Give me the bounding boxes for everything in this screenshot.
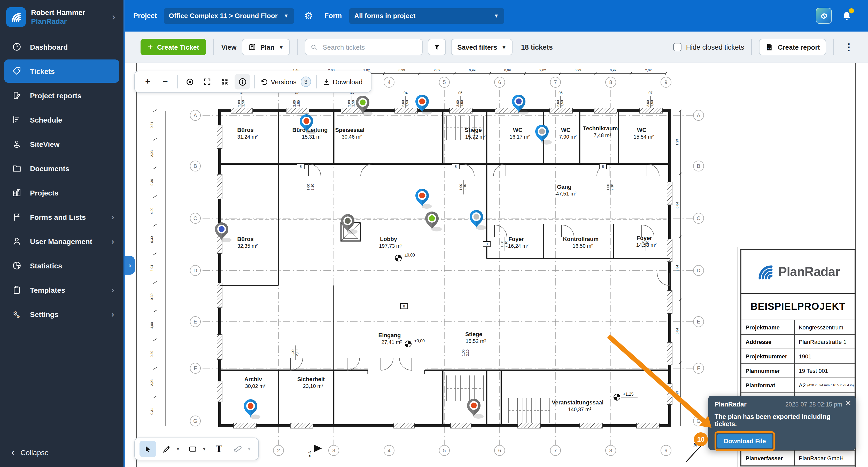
create-ticket-button[interactable]: + Create Ticket — [141, 39, 207, 55]
sidebar-item-user-management[interactable]: User Management › — [4, 230, 119, 253]
level-marker: ±0,00 — [405, 339, 429, 347]
ticket-pin[interactable] — [467, 399, 484, 419]
ticket-pin[interactable] — [415, 189, 432, 209]
zoom-out-button[interactable]: − — [158, 74, 173, 89]
text-tool[interactable]: T — [211, 441, 227, 457]
sidebar-item-project-reports[interactable]: Project reports — [4, 84, 119, 107]
svg-text:1,29: 1,29 — [675, 391, 679, 398]
room-label: Eingang27,41 m² — [378, 332, 402, 345]
title-block-row: Plannummer 19 Test 001 — [741, 363, 855, 378]
svg-text:G: G — [696, 418, 701, 424]
sidebar-collapse-button[interactable]: ‹ Collapse — [0, 438, 123, 467]
planradar-logo-icon — [6, 7, 26, 27]
toast-close-icon[interactable]: ✕ — [845, 399, 851, 407]
plan-info-button[interactable] — [235, 74, 250, 89]
sidebar-item-label: Forms and Lists — [30, 213, 103, 221]
svg-text:B: B — [193, 163, 197, 169]
sidebar-item-projects[interactable]: Projects — [4, 181, 119, 204]
svg-text:B: B — [697, 163, 700, 169]
svg-text:0,31: 0,31 — [150, 408, 154, 414]
svg-text:Stiege: Stiege — [465, 331, 482, 338]
sidebar-item-siteview[interactable]: SiteView — [4, 133, 119, 156]
svg-text:F: F — [697, 366, 700, 371]
project-settings-gear-icon[interactable]: ⚙ — [304, 11, 313, 21]
workspace-name: PlanRadar — [31, 17, 107, 26]
fit-to-screen-button[interactable] — [217, 74, 232, 89]
ticket-pin[interactable] — [425, 211, 442, 231]
sidebar-item-label: SiteView — [30, 140, 114, 148]
sidebar-item-tickets[interactable]: Tickets — [4, 59, 119, 83]
versions-button[interactable]: Versions 3 — [258, 77, 313, 87]
notifications-bell-icon[interactable] — [841, 10, 852, 22]
svg-text:Büros: Büros — [237, 236, 254, 242]
hide-closed-tickets-checkbox[interactable]: Hide closed tickets — [673, 43, 744, 51]
svg-text:⚙: ⚙ — [16, 314, 20, 319]
svg-text:3,94: 3,94 — [150, 265, 154, 271]
workspace-switcher[interactable]: Robert Hammer PlanRadar › — [0, 0, 123, 32]
form-label: Form — [324, 12, 342, 20]
view-mode-dropdown[interactable]: Plan ▼ — [242, 39, 290, 55]
svg-text:7,90 m²: 7,90 m² — [559, 134, 577, 140]
svg-text:±0,00: ±0,00 — [405, 253, 415, 257]
svg-text:8: 8 — [455, 165, 457, 169]
svg-text:0,84: 0,84 — [675, 202, 679, 208]
project-selector[interactable]: Office Complex 11 > Ground Floor ▼ — [164, 8, 294, 24]
sidebar-item-schedule[interactable]: Schedule — [4, 108, 119, 132]
svg-text:0,99: 0,99 — [575, 68, 581, 72]
measure-tool[interactable] — [229, 441, 246, 457]
filter-button[interactable] — [428, 39, 446, 55]
title-block-row-label: Projektnummer — [741, 349, 795, 363]
chevron-left-icon: ‹ — [11, 447, 14, 458]
sidebar-item-forms-and-lists[interactable]: Forms and Lists › — [4, 205, 119, 229]
sidebar-item-label: Documents — [30, 164, 114, 173]
svg-text:WC: WC — [561, 127, 571, 133]
sidebar-expand-handle[interactable]: › — [125, 256, 135, 274]
room-label: Foyer16,24 m² — [508, 236, 529, 249]
zoom-in-button[interactable]: + — [140, 74, 156, 89]
select-cursor-tool[interactable] — [140, 441, 156, 457]
sidebar-item-statistics[interactable]: Statistics — [4, 254, 119, 277]
sidebar-item-dashboard[interactable]: Dashboard — [4, 35, 119, 58]
ticket-pin[interactable] — [244, 399, 260, 419]
svg-text:6: 6 — [498, 447, 501, 453]
visibility-eye-button[interactable] — [182, 74, 197, 89]
title-block-brand: PlanRadar — [778, 264, 840, 279]
svg-text:Kontrollraum: Kontrollraum — [563, 236, 598, 242]
ticket-pin[interactable] — [535, 125, 552, 145]
svg-text:A: A — [193, 113, 197, 118]
svg-text:Lobby: Lobby — [380, 236, 397, 242]
download-plan-button[interactable]: Download — [320, 77, 367, 86]
svg-text:0,99: 0,99 — [399, 68, 405, 72]
fullscreen-button[interactable] — [199, 74, 215, 89]
create-report-label: Create report — [778, 43, 820, 51]
plan-canvas-area[interactable]: 1,482,031,020,992,020,990,992,020,990,99… — [125, 63, 868, 467]
saved-filters-dropdown[interactable]: Saved filters ▼ — [451, 39, 513, 55]
form-selector[interactable]: All forms in project ▼ — [349, 8, 504, 24]
app-switcher-icon[interactable] — [816, 8, 832, 24]
svg-text:+1,25: +1,25 — [623, 392, 634, 397]
svg-text:15,52 m²: 15,52 m² — [466, 338, 486, 344]
sidebar-item-settings[interactable]: ⚙⚙ Settings › — [4, 302, 119, 326]
svg-text:D: D — [193, 268, 197, 273]
svg-text:8: 8 — [403, 304, 405, 308]
measure-tool-caret[interactable]: ▼ — [247, 446, 252, 451]
more-options-kebab-icon[interactable]: ⋮ — [841, 41, 857, 53]
room-label: Stiege15,72 m² — [465, 127, 486, 140]
shape-tool-caret[interactable]: ▼ — [202, 446, 207, 451]
shape-tool[interactable] — [184, 441, 201, 457]
room-label: Stiege15,52 m² — [465, 331, 486, 344]
pen-tool-caret[interactable]: ▼ — [176, 446, 180, 451]
title-block-row: Projektname Kongresszentrum — [741, 320, 855, 334]
sidebar-item-documents[interactable]: Documents — [4, 157, 119, 180]
svg-text:WC: WC — [513, 127, 523, 133]
title-block-row-value: PlanRadarstraße 1 — [795, 334, 855, 349]
pen-tool[interactable] — [158, 441, 175, 457]
funnel-icon — [433, 43, 441, 51]
download-file-button[interactable]: Download File — [717, 434, 773, 448]
sidebar-item-templates[interactable]: Templates › — [4, 278, 119, 301]
svg-text:47,51 m²: 47,51 m² — [556, 191, 577, 197]
create-report-button[interactable]: PDF Create report — [759, 39, 826, 55]
search-input[interactable] — [322, 43, 417, 52]
svg-text:0,30: 0,30 — [150, 293, 154, 300]
svg-text:30,46 m²: 30,46 m² — [342, 134, 362, 140]
